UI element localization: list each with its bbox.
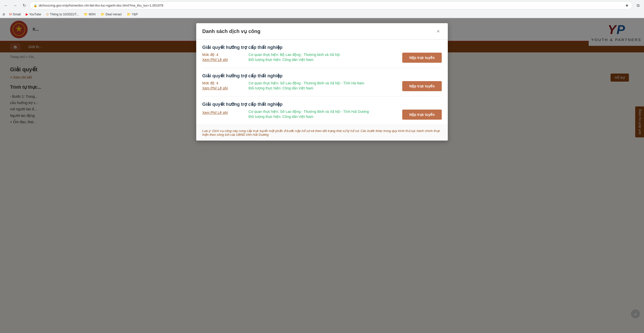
bookmark-deal[interactable]: 📁 Deal meraci — [99, 12, 124, 17]
nop-truc-tuyen-button-1[interactable]: Nộp trực tuyến — [402, 53, 442, 63]
service-target-2: Đối tượng thực hiện: Công dân Việt Nam — [249, 86, 396, 90]
service-item-3: Giải quyết hưởng trợ cấp thất nghiệp Xem… — [202, 96, 442, 125]
service-item-2: Giải quyết hưởng trợ cấp thất nghiệp Mức… — [202, 68, 442, 96]
nop-truc-tuyen-button-2[interactable]: Nộp trực tuyến — [402, 81, 442, 91]
address-bar[interactable]: 🔒 dichvucong.gov.vn/p/home/dvc-chi-tiet-… — [30, 2, 632, 9]
service-org-1: Cơ quan thực hiện: Bộ Lao động - Thương … — [249, 53, 396, 57]
bookmark-deal-label: Deal meraci — [106, 13, 122, 16]
bookmark-thongtu-label: Thông tư 10/2021/T... — [50, 13, 79, 16]
address-text: dichvucong.gov.vn/p/home/dvc-chi-tiet-th… — [39, 4, 624, 7]
service-org-2: Cơ quan thực hiện: Sở Lao động - Thương … — [249, 81, 396, 85]
thongtu-icon: ⊙ — [46, 12, 49, 16]
bookmarks-bar: ⊞ M Gmail ▶ YouTube ⊙ Thông tư 10/2021/T… — [0, 11, 644, 18]
bookmark-gmail[interactable]: M Gmail — [7, 12, 23, 17]
modal-header: Danh sách dịch vụ công × — [196, 23, 448, 40]
bookmark-mxh[interactable]: 📁 MXH — [82, 12, 98, 17]
service-btn-wrap-3: Nộp trực tuyến — [402, 110, 442, 120]
deal-folder-icon: 📁 — [101, 12, 105, 16]
service-left-2: Mức độ: 4 Xem Phí/ Lệ phí — [202, 81, 243, 90]
service-left-3: Xem Phí/ Lệ phí — [202, 110, 243, 115]
modal-close-button[interactable]: × — [435, 28, 442, 35]
service-org-3: Cơ quan thực hiện: Sở Lao động - Thương … — [249, 110, 396, 114]
service-right-2: Cơ quan thực hiện: Sở Lao động - Thương … — [249, 81, 396, 90]
service-title-1: Giải quyết hưởng trợ cấp thất nghiệp — [202, 45, 442, 50]
bookmark-yp-label: Y&P — [132, 13, 138, 16]
service-title-3: Giải quyết hưởng trợ cấp thất nghiệp — [202, 102, 442, 107]
service-fee-link-2[interactable]: Xem Phí/ Lệ phí — [202, 86, 243, 90]
page-area: K... 🏠 Giới th... Trang chủ > Chi... Giả… — [0, 18, 644, 333]
service-fee-link-3[interactable]: Xem Phí/ Lệ phí — [202, 111, 243, 115]
modal-dialog: Danh sách dịch vụ công × Giải quyết hưởn… — [196, 23, 448, 141]
modal-body: Giải quyết hưởng trợ cấp thất nghiệp Mức… — [196, 40, 448, 125]
service-meta-1: Mức độ: 4 Xem Phí/ Lệ phí Cơ quan thực h… — [202, 53, 442, 63]
forward-button[interactable]: → — [12, 2, 19, 9]
bookmark-gmail-label: Gmail — [13, 13, 21, 16]
gmail-icon: M — [9, 12, 12, 16]
bookmark-thongtu[interactable]: ⊙ Thông tư 10/2021/T... — [44, 12, 81, 17]
modal-overlay: Danh sách dịch vụ công × Giải quyết hưởn… — [0, 18, 644, 333]
apps-icon[interactable]: ⊞ — [3, 13, 5, 16]
modal-note: Lưu ý: Dịch vụ công này cung cấp trực tu… — [196, 125, 448, 141]
browser-toolbar: ← → ↻ 🔒 dichvucong.gov.vn/p/home/dvc-chi… — [0, 0, 644, 11]
back-button[interactable]: ← — [3, 2, 10, 9]
extensions-button[interactable]: ⧉ — [634, 2, 641, 9]
service-btn-wrap-2: Nộp trực tuyến — [402, 81, 442, 91]
service-btn-wrap-1: Nộp trực tuyến — [402, 53, 442, 63]
bookmark-star-icon[interactable]: ★ — [625, 3, 629, 8]
nop-truc-tuyen-button-3[interactable]: Nộp trực tuyến — [402, 110, 442, 120]
service-right-3: Cơ quan thực hiện: Sở Lao động - Thương … — [249, 110, 396, 119]
service-meta-2: Mức độ: 4 Xem Phí/ Lệ phí Cơ quan thực h… — [202, 81, 442, 91]
service-level-2: Mức độ: 4 — [202, 81, 243, 85]
bookmark-youtube-label: YouTube — [29, 13, 41, 16]
service-left-1: Mức độ: 4 Xem Phí/ Lệ phí — [202, 53, 243, 62]
lock-icon: 🔒 — [33, 4, 37, 7]
youtube-icon: ▶ — [26, 12, 28, 16]
bookmark-youtube[interactable]: ▶ YouTube — [24, 12, 43, 17]
service-meta-3: Xem Phí/ Lệ phí Cơ quan thực hiện: Sở La… — [202, 110, 442, 120]
service-target-1: Đối tượng thực hiện: Công dân Việt Nam — [249, 58, 396, 62]
service-target-3: Đối tượng thực hiện: Công dân Việt Nam — [249, 115, 396, 119]
reload-button[interactable]: ↻ — [21, 2, 28, 9]
mxh-folder-icon: 📁 — [84, 12, 88, 16]
service-title-2: Giải quyết hưởng trợ cấp thất nghiệp — [202, 73, 442, 79]
service-item-1: Giải quyết hưởng trợ cấp thất nghiệp Mức… — [202, 40, 442, 68]
service-fee-link-1[interactable]: Xem Phí/ Lệ phí — [202, 58, 243, 62]
browser-chrome: ← → ↻ 🔒 dichvucong.gov.vn/p/home/dvc-chi… — [0, 0, 644, 18]
yp-folder-icon: 📁 — [127, 12, 131, 16]
service-level-1: Mức độ: 4 — [202, 53, 243, 57]
modal-title: Danh sách dịch vụ công — [202, 28, 260, 34]
bookmark-mxh-label: MXH — [89, 13, 96, 16]
bookmark-yp[interactable]: 📁 Y&P — [125, 12, 140, 17]
service-right-1: Cơ quan thực hiện: Bộ Lao động - Thương … — [249, 53, 396, 62]
